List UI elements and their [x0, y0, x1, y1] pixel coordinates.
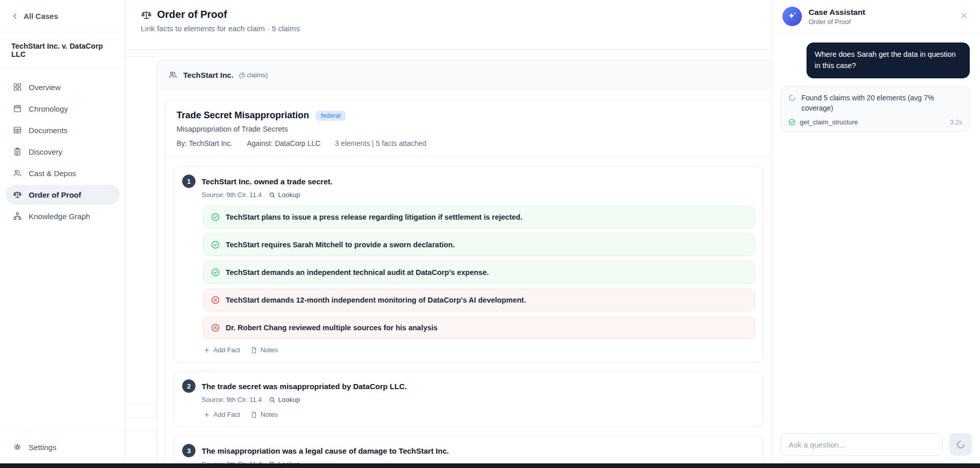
close-panel-button[interactable]	[958, 10, 970, 24]
spinner-icon	[956, 440, 966, 450]
graph-icon	[13, 211, 22, 221]
fact-row[interactable]: TechStart requires Sarah Mitchell to pro…	[203, 233, 755, 256]
sidebar-item-label: Overview	[29, 83, 61, 92]
element-card: 2The trade secret was misappropriated by…	[173, 371, 764, 427]
x-circle-icon	[211, 323, 220, 332]
scales-icon	[141, 9, 152, 20]
claim-card: Trade Secret Misappropriation federal Mi…	[165, 100, 772, 468]
sidebar-item-chronology[interactable]: Chronology	[5, 99, 120, 118]
element-number: 2	[182, 379, 195, 393]
check-circle-icon	[788, 118, 796, 126]
fact-text: TechStart plans to issue a press release…	[226, 213, 522, 221]
element-number: 1	[182, 175, 195, 188]
sidebar-item-label: Cast & Depos	[29, 169, 76, 178]
page-header: Order of Proof Link facts to elements fo…	[125, 0, 772, 50]
case-title: TechStart Inc. v. DataCorp LLC	[0, 32, 125, 69]
tool-name: get_claim_structure	[800, 118, 858, 126]
group-party-name: TechStart Inc.	[183, 71, 233, 79]
grid-icon	[13, 82, 22, 92]
claim-header: Trade Secret Misappropriation federal Mi…	[165, 100, 772, 157]
element-card: 1TechStart Inc. owned a trade secret.Sou…	[173, 166, 764, 363]
assistant-header: Case Assistant Order of Proof	[772, 0, 980, 33]
fact-row[interactable]: Dr. Robert Chang reviewed multiple sourc…	[203, 316, 755, 339]
check-circle-icon	[211, 240, 220, 249]
elements-list: 1TechStart Inc. owned a trade secret.Sou…	[165, 157, 772, 468]
element-title: The misappropriation was a legal cause o…	[202, 446, 449, 455]
search-icon	[269, 192, 276, 199]
search-icon	[269, 396, 276, 403]
sidebar-item-knowledge-graph[interactable]: Knowledge Graph	[5, 206, 120, 226]
plus-icon	[203, 411, 210, 418]
sidebar: All Cases TechStart Inc. v. DataCorp LLC…	[0, 0, 125, 468]
lookup-button[interactable]: Lookup	[269, 396, 300, 403]
sidebar-item-label: Discovery	[29, 147, 62, 156]
gear-icon	[13, 442, 22, 452]
claims-group-header[interactable]: TechStart Inc. (5 claims)	[157, 60, 772, 90]
fact-row[interactable]: TechStart plans to issue a press release…	[203, 206, 755, 228]
send-button[interactable]	[949, 433, 972, 456]
assistant-panel: Case Assistant Order of Proof Where does…	[772, 0, 980, 468]
lookup-button[interactable]: Lookup	[269, 191, 300, 199]
x-circle-icon	[211, 295, 220, 305]
table-icon	[13, 125, 22, 135]
sidebar-item-order-of-proof[interactable]: Order of Proof	[5, 185, 120, 204]
claims-group-card: TechStart Inc. (5 claims) Trade Secret M…	[157, 60, 772, 468]
group-claims-count: (5 claims)	[239, 71, 268, 79]
people-icon	[168, 70, 178, 79]
notes-button[interactable]: Notes	[250, 411, 278, 418]
document-icon	[250, 347, 257, 354]
sidebar-item-label: Knowledge Graph	[29, 212, 90, 221]
background-row-divider	[125, 431, 157, 431]
sparkle-icon	[787, 11, 798, 22]
back-label: All Cases	[24, 12, 58, 20]
background-row-divider	[125, 404, 157, 405]
settings-label: Settings	[29, 443, 56, 452]
back-to-all-cases-button[interactable]: All Cases	[0, 0, 125, 32]
check-circle-icon	[211, 268, 220, 277]
facts-list: TechStart plans to issue a press release…	[203, 206, 755, 339]
plus-icon	[203, 347, 210, 354]
tool-result-text: Found 5 claims with 20 elements (avg 7% …	[801, 93, 962, 114]
scales-icon	[13, 190, 22, 199]
fact-text: TechStart requires Sarah Mitchell to pro…	[226, 241, 455, 249]
app-window: All Cases TechStart Inc. v. DataCorp LLC…	[0, 0, 980, 468]
tool-result-card: Found 5 claims with 20 elements (avg 7% …	[780, 86, 970, 133]
claim-stats: 3 elements | 5 facts attached	[335, 139, 426, 147]
assistant-messages: Where does Sarah get the data in questio…	[772, 33, 980, 426]
assistant-subtitle: Order of Proof	[809, 18, 865, 26]
tool-duration: 3.2s	[950, 119, 962, 126]
spinner-icon	[788, 94, 796, 102]
people-icon	[13, 168, 22, 178]
page-title-row: Order of Proof	[141, 9, 772, 20]
fact-text: TechStart demands an independent technic…	[226, 268, 489, 276]
add-fact-button[interactable]: Add Fact	[203, 411, 240, 418]
fact-text: Dr. Robert Chang reviewed multiple sourc…	[226, 324, 438, 332]
fact-row[interactable]: TechStart demands an independent technic…	[203, 261, 755, 284]
sidebar-item-label: Order of Proof	[29, 190, 81, 199]
sidebar-item-discovery[interactable]: Discovery	[5, 142, 120, 161]
content-area: TechStart Inc. (5 claims) Trade Secret M…	[125, 50, 772, 468]
check-circle-icon	[211, 212, 220, 222]
sidebar-item-label: Documents	[29, 126, 68, 135]
sidebar-item-documents[interactable]: Documents	[5, 120, 120, 140]
element-title: The trade secret was misappropriated by …	[202, 382, 407, 391]
background-row-divider	[125, 56, 157, 57]
claim-against: Against: DataCorp LLC	[247, 139, 320, 147]
element-number: 3	[182, 444, 195, 457]
page-subtitle: Link facts to elements for each claim · …	[141, 24, 772, 33]
ask-question-input[interactable]	[780, 433, 943, 456]
claim-title: Trade Secret Misappropriation	[177, 110, 309, 121]
add-fact-button[interactable]: Add Fact	[203, 346, 240, 354]
calendar-icon	[13, 104, 22, 113]
sidebar-item-overview[interactable]: Overview	[5, 77, 120, 97]
element-source: Source: 9th Cir. 11.4	[202, 396, 262, 403]
sidebar-nav: OverviewChronologyDocumentsDiscoveryCast…	[0, 69, 125, 430]
fact-row[interactable]: TechStart demands 12-month independent m…	[203, 289, 755, 311]
user-message-bubble: Where does Sarah get the data in questio…	[807, 42, 970, 78]
sidebar-item-cast-depos[interactable]: Cast & Depos	[5, 163, 120, 183]
claim-by: By: TechStart Inc.	[177, 139, 232, 147]
main-area: Order of Proof Link facts to elements fo…	[125, 0, 772, 468]
settings-button[interactable]: Settings	[7, 438, 118, 456]
background-row-divider	[125, 417, 157, 418]
notes-button[interactable]: Notes	[250, 346, 278, 354]
